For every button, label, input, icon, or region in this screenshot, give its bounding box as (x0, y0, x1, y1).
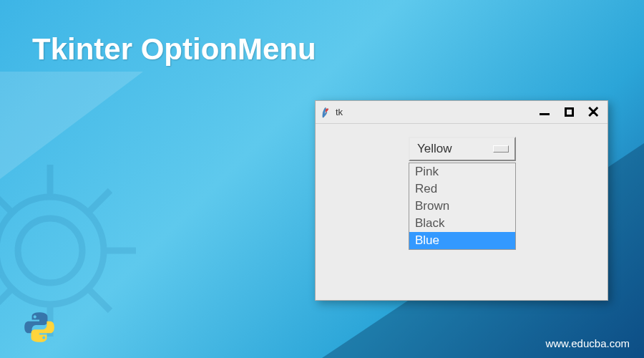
dropdown-item-red[interactable]: Red (409, 180, 515, 198)
maximize-button[interactable] (562, 105, 576, 120)
dropdown-item-pink[interactable]: Pink (409, 163, 515, 180)
titlebar[interactable]: tk ✕ (316, 101, 608, 124)
optionmenu-selected-label: Yellow (417, 142, 452, 156)
python-logo-icon (21, 309, 57, 345)
titlebar-buttons: ✕ (537, 105, 600, 120)
window-body: Yellow Pink Red Brown Black Blue (316, 124, 608, 150)
optionmenu-button[interactable]: Yellow (409, 137, 516, 161)
watermark: www.educba.com (545, 337, 630, 349)
optionmenu-widget: Yellow Pink Red Brown Black Blue (409, 137, 516, 250)
maximize-icon (565, 107, 574, 117)
window-title: tk (336, 107, 537, 117)
dropdown-item-blue[interactable]: Blue (409, 232, 515, 249)
close-icon: ✕ (587, 105, 600, 120)
tk-feather-icon (320, 107, 331, 118)
dropdown-item-black[interactable]: Black (409, 215, 515, 232)
page-title: Tkinter OptionMenu (32, 32, 316, 67)
page-background: Tkinter OptionMenu tk ✕ (0, 0, 644, 358)
minimize-icon (540, 113, 550, 115)
tk-window: tk ✕ Yellow Pink (315, 100, 608, 301)
optionmenu-dropdown: Pink Red Brown Black Blue (409, 163, 516, 250)
svg-point-1 (18, 218, 82, 283)
close-button[interactable]: ✕ (586, 105, 600, 120)
minimize-button[interactable] (537, 105, 552, 120)
optionmenu-indicator-icon (493, 145, 509, 153)
dropdown-item-brown[interactable]: Brown (409, 198, 515, 215)
